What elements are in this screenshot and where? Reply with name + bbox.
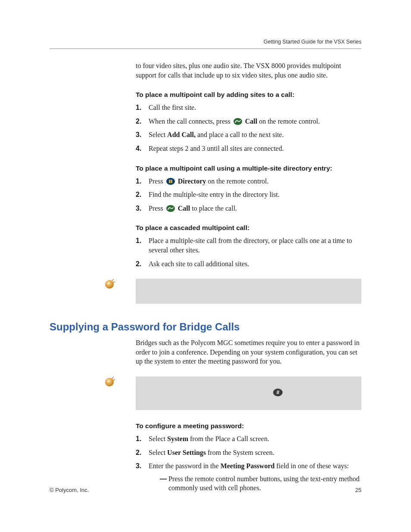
- step-text: When the call connects, press: [149, 118, 232, 125]
- procedure-heading: To place a multipoint call using a multi…: [136, 165, 361, 172]
- step-bold: Add Call,: [167, 131, 196, 138]
- step-text: from the System screen.: [206, 449, 274, 456]
- note-box: [136, 279, 361, 304]
- section-paragraph: Bridges such as the Polycom MGC sometime…: [136, 338, 361, 366]
- step-text: Press: [149, 205, 165, 212]
- ordered-list: Call the first site. When the call conne…: [136, 103, 361, 153]
- list-item: When the call connects, press Call on th…: [136, 117, 361, 126]
- procedure-heading: To place a multipoint call by adding sit…: [136, 91, 361, 99]
- page-footer: © Polycom, Inc. 25: [50, 487, 361, 493]
- list-item: Press Call to place the call.: [136, 204, 361, 213]
- lightbulb-icon: [104, 376, 115, 387]
- step-bold: System: [167, 435, 188, 442]
- step-text: Select: [149, 131, 167, 138]
- svg-point-5: [105, 280, 114, 289]
- header-rule: [50, 48, 361, 49]
- note-icon-cell: [50, 376, 136, 388]
- svg-point-7: [105, 378, 114, 386]
- list-item: Find the multiple-site entry in the dire…: [136, 190, 361, 199]
- step-text: Ask each site to call additional sites.: [149, 260, 249, 268]
- intro-paragraph: to four video sites, plus one audio site…: [136, 61, 361, 80]
- ordered-list: Press Directory on the remote control. F…: [136, 177, 361, 213]
- note-box: #: [136, 376, 361, 410]
- call-icon: [166, 205, 175, 212]
- svg-text:#: #: [277, 389, 280, 395]
- call-icon: [233, 118, 243, 125]
- step-text: Select: [149, 435, 167, 442]
- step-text: Enter the password in the: [149, 462, 221, 470]
- note-row: [50, 279, 361, 304]
- step-text: to place the call.: [192, 205, 237, 212]
- document-page: Getting Started Guide for the VSX Series…: [0, 0, 411, 532]
- content-column: Bridges such as the Polycom MGC sometime…: [136, 338, 361, 366]
- step-bold: Call: [245, 118, 257, 125]
- svg-point-6: [108, 283, 109, 284]
- step-text: Place a multiple-site call from the dire…: [149, 237, 352, 254]
- list-item: Select System from the Place a Call scre…: [136, 434, 361, 444]
- list-item: Ask each site to call additional sites.: [136, 259, 361, 269]
- step-text: Find the multiple-site entry in the dire…: [149, 191, 280, 198]
- step-text: on the remote control.: [259, 118, 320, 125]
- list-item: Place a multiple-site call from the dire…: [136, 236, 361, 255]
- footer-copyright: © Polycom, Inc.: [50, 487, 89, 493]
- directory-icon: [166, 177, 175, 185]
- list-item: Select Add Call, and place a call to the…: [136, 130, 361, 140]
- hash-icon: #: [273, 388, 283, 398]
- list-item: Call the first site.: [136, 103, 361, 112]
- procedure-heading: To configure a meeting password:: [136, 422, 361, 430]
- step-text: Select: [149, 449, 167, 456]
- step-text: Call the first site.: [149, 104, 196, 111]
- step-text: from the Place a Call screen.: [188, 435, 269, 442]
- section-heading: Supplying a Password for Bridge Calls: [50, 321, 361, 333]
- lightbulb-icon: [104, 278, 115, 289]
- ordered-list: Place a multiple-site call from the dire…: [136, 236, 361, 268]
- procedure-heading: To place a cascaded multipoint call:: [136, 224, 361, 232]
- step-text: field in one of these ways:: [274, 462, 349, 470]
- page-number: 25: [355, 487, 361, 493]
- step-bold: Meeting Password: [221, 462, 275, 470]
- step-bold: Directory: [178, 177, 206, 185]
- note-icon-cell: [50, 279, 136, 290]
- svg-point-8: [108, 380, 109, 382]
- step-text: Repeat steps 2 and 3 until all sites are…: [149, 145, 284, 152]
- ordered-list: Select System from the Place a Call scre…: [136, 434, 361, 493]
- running-header: Getting Started Guide for the VSX Series: [50, 39, 361, 45]
- step-bold: User Settings: [167, 449, 206, 456]
- list-item: Select User Settings from the System scr…: [136, 448, 361, 457]
- step-bold: Call: [178, 205, 190, 212]
- step-text: and place a call to the next site.: [196, 131, 284, 138]
- list-item: Repeat steps 2 and 3 until all sites are…: [136, 144, 361, 153]
- content-column: To configure a meeting password: Select …: [136, 422, 361, 493]
- content-column: to four video sites, plus one audio site…: [136, 61, 361, 268]
- step-text: Press: [149, 177, 165, 185]
- note-row: #: [50, 376, 361, 410]
- step-text: on the remote control.: [208, 177, 268, 185]
- list-item: Press Directory on the remote control.: [136, 177, 361, 186]
